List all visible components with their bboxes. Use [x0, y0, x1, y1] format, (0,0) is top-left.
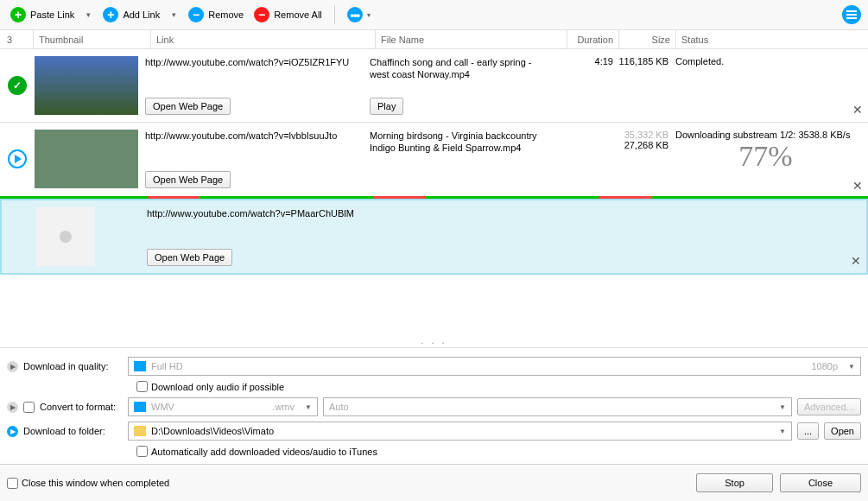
- folder-label: Download to folder:: [23, 426, 105, 436]
- convert-checkbox[interactable]: [23, 402, 35, 413]
- close-button[interactable]: Close: [780, 473, 861, 492]
- thumbnail-image: [35, 130, 138, 188]
- duration-text: [561, 130, 613, 188]
- checkbox-input[interactable]: [136, 381, 148, 392]
- settings-panel: ▶Download in quality: Full HD 1080p ▼ Do…: [0, 347, 868, 464]
- close-icon[interactable]: ✕: [852, 179, 863, 193]
- quality-label: Download in quality:: [23, 361, 108, 371]
- duration-text: 4:19: [561, 56, 613, 115]
- table-row[interactable]: ✓ http://www.youtube.com/watch?v=iOZ5IZR…: [0, 49, 868, 123]
- add-link-dropdown[interactable]: ▾: [167, 10, 181, 19]
- folder-path: D:\Downloads\Videos\Vimato: [151, 426, 274, 436]
- checkbox-input[interactable]: [7, 478, 18, 489]
- resize-handle[interactable]: . . .: [0, 333, 868, 347]
- open-web-button[interactable]: Open Web Page: [147, 249, 232, 266]
- link-text: http://www.youtube.com/watch?v=PMaarChUB…: [147, 207, 851, 219]
- close-icon[interactable]: ✕: [851, 254, 861, 268]
- filename-text: Chaffinch song and call - early spring -…: [370, 56, 553, 81]
- open-folder-button[interactable]: Open: [824, 422, 861, 440]
- minus-icon: −: [188, 7, 204, 22]
- audio-only-checkbox[interactable]: Download only audio if possible: [136, 381, 861, 392]
- dots-icon: •••: [347, 7, 363, 22]
- chevron-down-icon: ▼: [301, 400, 315, 414]
- main-menu-button[interactable]: [842, 5, 861, 24]
- play-button[interactable]: Play: [370, 98, 403, 115]
- stop-button[interactable]: Stop: [696, 473, 773, 492]
- add-link-label: Add Link: [123, 10, 160, 20]
- header-count: 3: [7, 30, 33, 48]
- chevron-down-icon: ▼: [776, 424, 789, 438]
- toolbar: + Paste Link ▾ + Add Link ▾ − Remove − R…: [0, 0, 868, 30]
- table-row[interactable]: http://www.youtube.com/watch?v=PMaarChUB…: [0, 199, 868, 275]
- quality-value: Full HD: [151, 361, 183, 371]
- status-text: Downloading substream 1/2: 3538.8 KB/s: [675, 130, 856, 140]
- minus-icon: −: [254, 7, 269, 22]
- table-header: 3 Thumbnail Link File Name Duration Size…: [0, 30, 868, 49]
- chevron-down-icon: ▼: [845, 359, 858, 373]
- hamburger-icon: [846, 10, 857, 19]
- preset-select[interactable]: Auto ▼: [323, 397, 792, 416]
- header-size: Size: [618, 30, 675, 48]
- remove-all-button[interactable]: − Remove All: [250, 5, 326, 24]
- more-actions-button[interactable]: ••• ▾: [344, 5, 374, 24]
- header-status: Status: [675, 30, 861, 48]
- size-text: 116,185 KB: [613, 56, 670, 115]
- header-filename: File Name: [375, 30, 567, 48]
- open-web-button[interactable]: Open Web Page: [145, 171, 231, 188]
- format-value: WMV: [151, 402, 174, 412]
- preset-value: Auto: [329, 402, 349, 412]
- advanced-button[interactable]: Advanced...: [797, 398, 861, 415]
- close-when-done-label: Close this window when completed: [22, 478, 169, 488]
- format-ext: .wmv: [272, 402, 295, 412]
- remove-label: Remove: [208, 10, 244, 20]
- remove-button[interactable]: − Remove: [185, 5, 247, 24]
- downloads-list: ✓ http://www.youtube.com/watch?v=iOZ5IZR…: [0, 49, 868, 333]
- itunes-checkbox[interactable]: Automatically add downloaded videos/audi…: [136, 446, 861, 457]
- size-text: 35,332 KB 27,268 KB: [613, 130, 670, 188]
- progress-percent: 77%: [675, 140, 856, 173]
- header-duration: Duration: [567, 30, 618, 48]
- chevron-right-icon[interactable]: ▶: [7, 426, 18, 437]
- thumbnail-placeholder: [36, 207, 95, 266]
- film-icon: [134, 361, 146, 371]
- header-link: Link: [150, 30, 375, 48]
- close-when-done-checkbox[interactable]: Close this window when completed: [7, 478, 169, 489]
- paste-link-dropdown[interactable]: ▾: [81, 10, 96, 19]
- paste-link-label: Paste Link: [30, 10, 74, 20]
- quality-resolution: 1080p: [811, 361, 838, 371]
- thumbnail-image: [35, 56, 138, 115]
- table-row[interactable]: http://www.youtube.com/watch?v=lvbbIsuuJ…: [0, 123, 868, 199]
- convert-label: Convert to format:: [40, 402, 116, 412]
- chevron-right-icon[interactable]: ▶: [7, 361, 18, 372]
- checkmark-icon: ✓: [8, 76, 27, 95]
- browse-button[interactable]: ...: [797, 422, 819, 440]
- folder-select[interactable]: D:\Downloads\Videos\Vimato ▼: [128, 422, 792, 441]
- status-text: Completed.: [670, 56, 861, 115]
- header-thumbnail: Thumbnail: [33, 30, 150, 48]
- link-text: http://www.youtube.com/watch?v=lvbbIsuuJ…: [145, 130, 361, 142]
- chevron-down-icon: ▼: [776, 400, 789, 414]
- add-link-button[interactable]: + Add Link: [99, 5, 163, 24]
- folder-icon: [134, 426, 146, 436]
- format-select[interactable]: WMV .wmv ▼: [128, 397, 318, 416]
- quality-select[interactable]: Full HD 1080p ▼: [128, 357, 861, 376]
- itunes-label: Automatically add downloaded videos/audi…: [151, 447, 377, 457]
- film-icon: [134, 402, 146, 412]
- audio-only-label: Download only audio if possible: [151, 382, 284, 392]
- link-text: http://www.youtube.com/watch?v=iOZ5IZR1F…: [145, 56, 361, 68]
- checkbox-input[interactable]: [136, 446, 148, 457]
- close-icon[interactable]: ✕: [852, 103, 863, 117]
- plus-icon: +: [103, 7, 118, 22]
- remove-all-label: Remove All: [274, 10, 322, 20]
- status-cell: Downloading substream 1/2: 3538.8 KB/s 7…: [670, 130, 861, 188]
- separator: [334, 5, 335, 24]
- paste-link-button[interactable]: + Paste Link: [7, 5, 78, 24]
- open-web-button[interactable]: Open Web Page: [145, 98, 231, 115]
- chevron-right-icon[interactable]: ▶: [7, 402, 18, 413]
- downloading-icon: [8, 149, 27, 168]
- plus-icon: +: [10, 7, 26, 22]
- filename-text: Morning birdsong - Virginia backcountry …: [370, 130, 553, 155]
- footer: Close this window when completed Stop Cl…: [0, 464, 868, 501]
